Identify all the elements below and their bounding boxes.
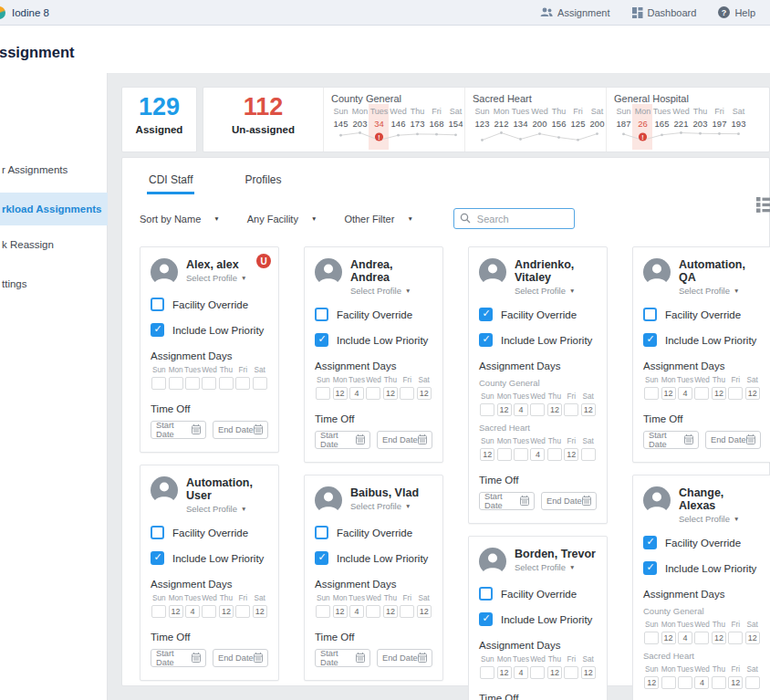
- end-date-input[interactable]: End Date: [377, 649, 432, 667]
- day-hours-input[interactable]: 12: [383, 387, 398, 400]
- day-hours-input[interactable]: 4: [349, 605, 364, 618]
- day-hours-input[interactable]: [712, 676, 726, 689]
- facility-override-checkbox[interactable]: Facility Override: [315, 526, 432, 539]
- facility-override-checkbox[interactable]: Facility Override: [315, 308, 432, 321]
- day-hours-input[interactable]: [253, 377, 267, 390]
- day-hours-input[interactable]: [564, 403, 578, 416]
- start-date-input[interactable]: Start Date: [479, 492, 535, 510]
- day-hours-input[interactable]: [728, 387, 743, 400]
- day-hours-input[interactable]: 12: [480, 448, 494, 461]
- day-hours-input[interactable]: [202, 605, 216, 618]
- day-hours-input[interactable]: 12: [745, 387, 760, 400]
- day-hours-input[interactable]: [151, 605, 166, 618]
- day-hours-input[interactable]: 12: [497, 666, 512, 679]
- end-date-input[interactable]: End Date: [705, 431, 761, 449]
- sidebar-item[interactable]: r Assignments: [0, 155, 108, 184]
- day-hours-input[interactable]: 4: [678, 632, 692, 644]
- day-hours-input[interactable]: [497, 448, 512, 461]
- day-hours-input[interactable]: 12: [333, 387, 348, 400]
- start-date-input[interactable]: Start Date: [643, 431, 699, 449]
- day-hours-input[interactable]: [480, 403, 494, 416]
- day-hours-input[interactable]: [644, 387, 659, 400]
- day-hours-input[interactable]: [678, 676, 692, 689]
- day-hours-input[interactable]: [185, 377, 200, 390]
- day-hours-input[interactable]: [316, 387, 330, 400]
- day-hours-input[interactable]: 12: [745, 632, 760, 644]
- day-hours-input[interactable]: 12: [581, 403, 596, 416]
- day-hours-input[interactable]: [151, 377, 166, 390]
- start-date-input[interactable]: Start Date: [151, 649, 206, 667]
- day-hours-input[interactable]: [644, 632, 659, 644]
- end-date-input[interactable]: End Date: [213, 649, 268, 667]
- include-low-priority-checkbox[interactable]: Include Low Priority: [315, 551, 432, 565]
- include-low-priority-checkbox[interactable]: Include Low Priority: [151, 323, 268, 337]
- facility-override-checkbox[interactable]: Facility Override: [643, 536, 761, 549]
- facility-override-checkbox[interactable]: Facility Override: [479, 308, 597, 321]
- nav-dashboard[interactable]: Dashboard: [632, 7, 697, 18]
- include-low-priority-checkbox[interactable]: Include Low Priority: [151, 551, 268, 565]
- include-low-priority-checkbox[interactable]: Include Low Priority: [479, 612, 597, 626]
- day-hours-input[interactable]: 12: [644, 676, 659, 689]
- day-hours-input[interactable]: 12: [417, 387, 432, 400]
- day-hours-input[interactable]: 4: [514, 403, 528, 416]
- tab-profiles[interactable]: Profiles: [245, 173, 281, 194]
- nav-assignment[interactable]: Assignment: [540, 7, 609, 18]
- nav-help[interactable]: ? Help: [718, 6, 755, 18]
- day-hours-input[interactable]: 12: [712, 387, 726, 400]
- include-low-priority-checkbox[interactable]: Include Low Priority: [643, 561, 761, 575]
- day-hours-input[interactable]: 4: [185, 605, 200, 618]
- end-date-input[interactable]: End Date: [377, 431, 432, 449]
- select-profile-dropdown[interactable]: Select Profile ▼: [515, 562, 596, 572]
- tab-cdi-staff[interactable]: CDI Staff: [149, 173, 192, 194]
- day-hours-input[interactable]: [202, 377, 216, 390]
- start-date-input[interactable]: Start Date: [315, 649, 370, 667]
- day-hours-input[interactable]: 12: [497, 403, 512, 416]
- select-profile-dropdown[interactable]: Select Profile ▼: [679, 514, 761, 524]
- day-hours-input[interactable]: 12: [712, 632, 726, 644]
- list-view-icon[interactable]: [756, 197, 770, 216]
- day-hours-input[interactable]: 12: [661, 387, 676, 400]
- day-hours-input[interactable]: [745, 676, 760, 689]
- day-hours-input[interactable]: [530, 666, 545, 679]
- select-profile-dropdown[interactable]: Select Profile ▼: [186, 273, 246, 283]
- day-hours-input[interactable]: 12: [253, 605, 267, 618]
- other-filter-dropdown[interactable]: Other Filter ▼: [344, 214, 412, 225]
- sidebar-item[interactable]: rkload Assignments: [0, 193, 108, 225]
- day-hours-input[interactable]: [235, 605, 250, 618]
- facility-override-checkbox[interactable]: Facility Override: [151, 526, 268, 539]
- day-hours-input[interactable]: 12: [169, 605, 183, 618]
- include-low-priority-checkbox[interactable]: Include Low Priority: [315, 333, 432, 347]
- day-hours-input[interactable]: 12: [728, 676, 743, 689]
- day-hours-input[interactable]: 12: [383, 605, 398, 618]
- day-hours-input[interactable]: 4: [678, 387, 692, 400]
- end-date-input[interactable]: End Date: [541, 492, 597, 510]
- facility-override-checkbox[interactable]: Facility Override: [479, 587, 597, 601]
- day-hours-input[interactable]: [366, 387, 380, 400]
- include-low-priority-checkbox[interactable]: Include Low Priority: [479, 333, 597, 347]
- day-hours-input[interactable]: 4: [349, 387, 364, 400]
- day-hours-input[interactable]: 12: [417, 605, 432, 618]
- facility-dropdown[interactable]: Any Facility ▼: [247, 214, 317, 225]
- day-hours-input[interactable]: [219, 377, 234, 390]
- day-hours-input[interactable]: [547, 448, 562, 461]
- sidebar-item[interactable]: ttings: [0, 269, 108, 298]
- select-profile-dropdown[interactable]: Select Profile ▼: [186, 504, 268, 514]
- end-date-input[interactable]: End Date: [213, 421, 268, 439]
- select-profile-dropdown[interactable]: Select Profile ▼: [350, 286, 432, 296]
- day-hours-input[interactable]: 12: [547, 666, 562, 679]
- day-hours-input[interactable]: [694, 632, 709, 644]
- facility-override-checkbox[interactable]: Facility Override: [643, 308, 761, 321]
- day-hours-input[interactable]: [581, 448, 596, 461]
- day-hours-input[interactable]: 4: [530, 448, 545, 461]
- start-date-input[interactable]: Start Date: [315, 431, 370, 449]
- day-hours-input[interactable]: [316, 605, 330, 618]
- day-hours-input[interactable]: 12: [581, 666, 596, 679]
- day-hours-input[interactable]: [564, 666, 578, 679]
- select-profile-dropdown[interactable]: Select Profile ▼: [515, 286, 597, 296]
- include-low-priority-checkbox[interactable]: Include Low Priority: [643, 333, 761, 347]
- day-hours-input[interactable]: [661, 676, 676, 689]
- day-hours-input[interactable]: 12: [661, 632, 676, 644]
- search-input[interactable]: [475, 213, 568, 225]
- day-hours-input[interactable]: [366, 605, 380, 618]
- sidebar-item[interactable]: k Reassign: [0, 230, 108, 259]
